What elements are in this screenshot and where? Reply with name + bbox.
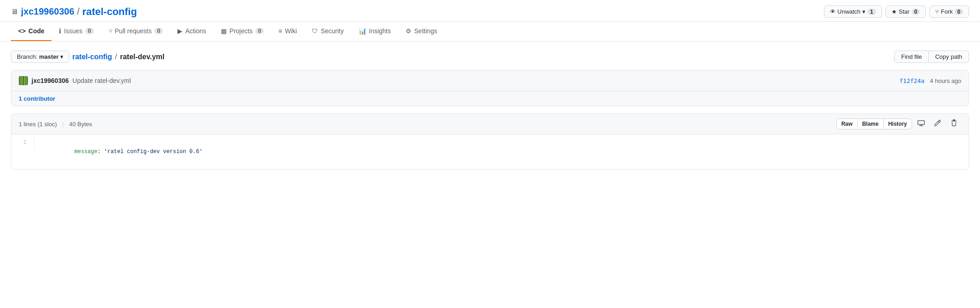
code-line: 1 message: 'ratel config-dev version 0.6… xyxy=(11,134,969,169)
fork-button[interactable]: ⑂ Fork 0 xyxy=(929,5,969,18)
star-label: Star xyxy=(899,8,910,15)
repo-icon: 🖥 xyxy=(11,8,18,16)
wiki-icon: ≡ xyxy=(278,27,282,35)
breadcrumb-repo[interactable]: ratel-config xyxy=(72,53,112,61)
tab-wiki[interactable]: ≡ Wiki xyxy=(271,22,304,41)
commit-message: Update ratel-dev.yml xyxy=(73,77,131,84)
file-action-buttons: Find file Copy path xyxy=(894,51,969,63)
title-separator: / xyxy=(77,6,80,17)
line-number: 1 xyxy=(11,134,34,151)
projects-icon: ▦ xyxy=(221,27,227,35)
trash-icon xyxy=(950,119,958,127)
meta-separator: | xyxy=(62,121,63,128)
fork-label: Fork xyxy=(941,8,953,15)
tab-code-label: Code xyxy=(28,27,44,35)
issues-badge: 0 xyxy=(85,28,94,34)
tab-projects-label: Projects xyxy=(229,27,253,35)
breadcrumb-separator: / xyxy=(115,53,117,61)
tab-projects[interactable]: ▦ Projects 0 xyxy=(214,22,271,41)
edit-button[interactable] xyxy=(930,118,945,130)
star-button[interactable]: ★ Star 0 xyxy=(886,5,926,18)
file-nav: Branch: master ▾ ratel-config / ratel-de… xyxy=(11,51,969,63)
actions-icon: ▶ xyxy=(177,27,182,35)
star-count: 0 xyxy=(912,9,920,15)
repo-title: 🖥 jxc19960306 / ratel-config xyxy=(11,6,137,18)
chevron-down-icon: ▾ xyxy=(60,53,63,60)
breadcrumb-area: Branch: master ▾ ratel-config / ratel-de… xyxy=(11,51,164,63)
file-size: 40 Bytes xyxy=(69,121,92,128)
fork-icon: ⑂ xyxy=(935,8,939,15)
commit-box: jxc19960306 Update ratel-dev.yml f12f24a… xyxy=(11,70,969,106)
file-view-box: 1 lines (1 sloc) | 40 Bytes Raw Blame Hi… xyxy=(11,113,969,169)
line-code: message: 'ratel config-dev version 0.6' xyxy=(34,134,210,169)
star-icon: ★ xyxy=(891,8,897,15)
history-button[interactable]: History xyxy=(884,118,912,129)
repo-actions: 👁 Unwatch ▾ 1 ★ Star 0 ⑂ Fork 0 xyxy=(824,5,969,18)
tab-issues[interactable]: ℹ Issues 0 xyxy=(52,22,101,41)
tab-actions[interactable]: ▶ Actions xyxy=(170,22,214,41)
delete-button[interactable] xyxy=(947,118,961,130)
watch-count: 1 xyxy=(867,9,876,15)
tab-wiki-label: Wiki xyxy=(285,27,297,35)
repo-name[interactable]: ratel-config xyxy=(82,6,137,18)
top-header: 🖥 jxc19960306 / ratel-config 👁 Unwatch ▾… xyxy=(0,0,980,22)
display-icon-button[interactable] xyxy=(914,118,928,130)
projects-badge: 0 xyxy=(255,28,264,34)
file-meta: 1 lines (1 sloc) | 40 Bytes xyxy=(19,121,92,128)
unwatch-label: Unwatch xyxy=(838,8,861,15)
breadcrumb: ratel-config / ratel-dev.yml xyxy=(72,53,164,61)
tab-security[interactable]: 🛡 Security xyxy=(304,22,351,41)
file-header: 1 lines (1 sloc) | 40 Bytes Raw Blame Hi… xyxy=(11,114,969,134)
code-key: message xyxy=(74,149,97,155)
fork-count: 0 xyxy=(954,9,963,15)
contributor-count: 1 xyxy=(19,95,22,102)
find-file-button[interactable]: Find file xyxy=(894,51,929,63)
tab-pull-requests[interactable]: ⑂ Pull requests 0 xyxy=(101,22,171,41)
file-lines: 1 lines (1 sloc) xyxy=(19,121,57,128)
tab-code[interactable]: <> Code xyxy=(11,22,52,41)
branch-selector[interactable]: Branch: master ▾ xyxy=(11,51,69,63)
chevron-down-icon: ▾ xyxy=(862,8,865,15)
pencil-icon xyxy=(934,119,941,127)
copy-path-button[interactable]: Copy path xyxy=(929,51,969,63)
gear-icon: ⚙ xyxy=(406,27,412,35)
breadcrumb-file: ratel-dev.yml xyxy=(120,53,165,61)
tab-settings-label: Settings xyxy=(414,27,438,35)
code-icon: <> xyxy=(18,27,26,35)
pr-icon: ⑂ xyxy=(109,27,112,35)
code-colon: : xyxy=(97,149,104,155)
contributor-link[interactable]: 1 contributor xyxy=(19,95,55,102)
nav-tabs: <> Code ℹ Issues 0 ⑂ Pull requests 0 ▶ A… xyxy=(0,22,980,41)
repo-owner[interactable]: jxc19960306 xyxy=(21,6,74,17)
commit-info-right: f12f24a 4 hours ago xyxy=(900,77,961,84)
tab-issues-label: Issues xyxy=(64,27,82,35)
branch-name: master xyxy=(39,53,59,60)
code-content: 1 message: 'ratel config-dev version 0.6… xyxy=(11,134,969,169)
blame-button[interactable]: Blame xyxy=(858,118,884,129)
file-toolbar: Raw Blame History xyxy=(836,118,961,130)
tab-actions-label: Actions xyxy=(185,27,206,35)
avatar xyxy=(19,76,28,85)
main-content: Branch: master ▾ ratel-config / ratel-de… xyxy=(0,41,980,179)
tab-security-label: Security xyxy=(321,27,344,35)
issues-icon: ℹ xyxy=(59,27,61,35)
eye-icon: 👁 xyxy=(830,8,836,15)
commit-info-left: jxc19960306 Update ratel-dev.yml xyxy=(19,76,131,85)
shield-icon: 🛡 xyxy=(312,27,318,35)
commit-sha[interactable]: f12f24a xyxy=(900,77,925,84)
code-value: 'ratel config-dev version 0.6' xyxy=(104,149,203,155)
tab-insights[interactable]: 📊 Insights xyxy=(351,22,398,41)
tab-settings[interactable]: ⚙ Settings xyxy=(398,22,445,41)
chart-icon: 📊 xyxy=(359,27,366,35)
pr-badge: 0 xyxy=(154,28,163,34)
commit-row: jxc19960306 Update ratel-dev.yml f12f24a… xyxy=(11,71,969,91)
commit-author[interactable]: jxc19960306 xyxy=(31,77,69,84)
file-view-buttons: Raw Blame History xyxy=(836,118,912,129)
contributor-row: 1 contributor xyxy=(11,91,969,106)
desktop-icon xyxy=(917,119,925,127)
unwatch-button[interactable]: 👁 Unwatch ▾ 1 xyxy=(824,5,882,18)
tab-pr-label: Pull requests xyxy=(115,27,152,35)
commit-time: 4 hours ago xyxy=(930,77,961,84)
raw-button[interactable]: Raw xyxy=(836,118,858,129)
branch-label: Branch: xyxy=(17,53,37,60)
